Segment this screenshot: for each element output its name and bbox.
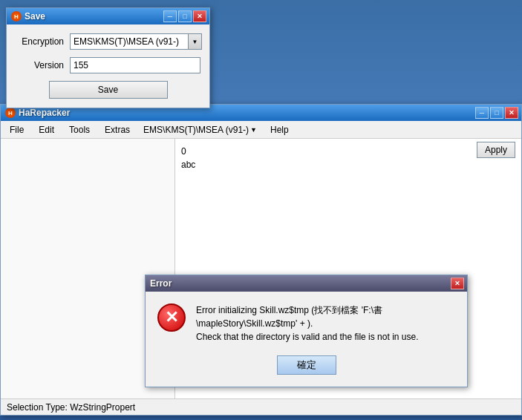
version-label: Version [16,60,64,70]
error-titlebar-left: Error [150,278,172,289]
save-button[interactable]: Save [49,81,168,99]
main-titlebar-left: H HaRepacker [5,108,70,118]
ok-button[interactable]: 確定 [277,355,336,375]
error-line2: \mapleStory\Skill.wz$tmp' + ). [196,318,313,329]
status-bar: Selection Type: WzStringPropert [1,398,521,415]
save-dialog-body: Encryption ▼ Version Save [7,24,209,108]
error-icon: ✕ [157,303,187,333]
error-dialog-controls: ✕ [451,278,464,289]
save-dialog: H Save ─ □ ✕ Encryption ▼ Version [6,7,210,108]
menu-file[interactable]: File [4,123,30,137]
main-minimize-button[interactable]: ─ [475,107,489,119]
version-input[interactable] [70,57,200,73]
content-value1: 0 [178,145,518,158]
error-dialog-title: Error [150,278,172,289]
save-close-button[interactable]: ✕ [193,10,206,22]
error-buttons: 確定 [157,355,455,375]
save-minimize-button[interactable]: ─ [163,10,177,22]
menu-tools[interactable]: Tools [63,123,96,137]
version-input-wrap [70,57,200,73]
error-line3: Check that the directory is valid and th… [196,332,419,342]
menu-help[interactable]: Help [264,123,295,137]
main-maximize-button[interactable]: □ [490,107,503,119]
error-dialog-body: ✕ Error initializing Skill.wz$tmp (找不到檔案… [146,292,467,387]
main-window-icon: H [5,108,16,118]
error-content-row: ✕ Error initializing Skill.wz$tmp (找不到檔案… [157,303,455,344]
menubar: File Edit Tools Extras EMS\KMS(T)\MSEA (… [1,121,521,139]
desktop: H Save ─ □ ✕ Encryption ▼ Version [0,0,522,420]
apply-button[interactable]: Apply [477,142,515,158]
error-dialog: Error ✕ ✕ Error initializing Skill.wz$tm… [145,275,468,387]
main-close-button[interactable]: ✕ [505,107,518,119]
save-btn-wrap: Save [16,81,200,99]
error-titlebar: Error ✕ [146,275,467,292]
menu-encryption-arrow: ▼ [250,126,257,134]
save-dialog-title: Save [25,11,45,22]
error-x-symbol: ✕ [165,309,178,326]
encryption-row: Encryption ▼ [16,33,200,50]
error-close-button[interactable]: ✕ [451,278,464,289]
error-message: Error initializing Skill.wz$tmp (找不到檔案 '… [196,303,455,344]
save-dialog-titlebar: H Save ─ □ ✕ [7,8,209,24]
save-dialog-icon: H [11,11,22,22]
encryption-label: Encryption [16,36,64,47]
error-icon-circle: ✕ [157,303,186,332]
main-window-title: HaRepacker [19,108,70,118]
menu-encryption[interactable]: EMS\KMS(T)\MSEA (v91-) ▼ [139,123,261,137]
save-dialog-controls: ─ □ ✕ [163,10,206,22]
status-text: Selection Type: WzStringPropert [7,402,135,413]
menu-edit[interactable]: Edit [33,123,60,137]
error-line1: Error initializing Skill.wz$tmp (找不到檔案 '… [196,305,382,315]
titlebar-left: H Save [11,11,45,22]
main-window-controls: ─ □ ✕ [475,107,518,119]
save-maximize-button[interactable]: □ [178,10,192,22]
encryption-dropdown[interactable]: ▼ [189,33,202,50]
encryption-input[interactable] [70,33,189,50]
version-row: Version [16,57,200,73]
content-value2: abc [178,158,518,171]
menu-encryption-label: EMS\KMS(T)\MSEA (v91-) [143,125,249,135]
content-area: 0 abc [178,145,518,171]
encryption-input-wrap: ▼ [70,33,202,50]
menu-extras[interactable]: Extras [99,123,136,137]
